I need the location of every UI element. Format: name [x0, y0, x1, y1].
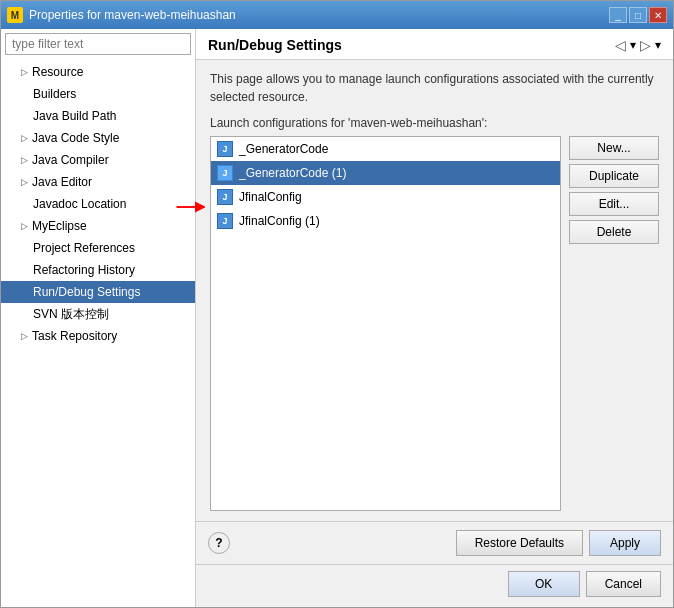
launch-item-icon: J	[217, 165, 233, 181]
sidebar-item-label: Resource	[32, 63, 83, 81]
launch-item-jfinal-config-1[interactable]: J JfinalConfig (1)	[211, 209, 560, 233]
apply-button[interactable]: Apply	[589, 530, 661, 556]
sidebar-item-label: Project References	[33, 239, 135, 257]
duplicate-button[interactable]: Duplicate	[569, 164, 659, 188]
sidebar-item-label: Refactoring History	[33, 261, 135, 279]
launch-item-label: _GeneratorCode (1)	[239, 163, 346, 183]
launch-item-label: JfinalConfig (1)	[239, 211, 320, 231]
ok-button[interactable]: OK	[508, 571, 580, 597]
arrow-icon: ▷	[21, 63, 28, 81]
help-button[interactable]: ?	[208, 532, 230, 554]
new-button[interactable]: New...	[569, 136, 659, 160]
sidebar-item-javadoc-location[interactable]: Javadoc Location	[1, 193, 195, 215]
launch-area: J _GeneratorCode J _GeneratorCode (1) J …	[210, 136, 659, 511]
main-header: Run/Debug Settings ◁ ▾ ▷ ▾	[196, 29, 673, 60]
sidebar-item-resource[interactable]: ▷ Resource	[1, 61, 195, 83]
sidebar-item-label: SVN 版本控制	[33, 305, 109, 323]
sidebar-item-label: Builders	[33, 85, 76, 103]
title-bar: M Properties for maven-web-meihuashan _ …	[1, 1, 673, 29]
nav-separator: ▾	[630, 38, 636, 52]
window-icon: M	[7, 7, 23, 23]
launch-item-jfinal-config[interactable]: J JfinalConfig	[211, 185, 560, 209]
properties-window: M Properties for maven-web-meihuashan _ …	[0, 0, 674, 608]
arrow-icon: ▷	[21, 151, 28, 169]
sidebar-item-label: Java Build Path	[33, 107, 116, 125]
delete-button[interactable]: Delete	[569, 220, 659, 244]
ok-cancel-bar: OK Cancel	[196, 564, 673, 607]
arrow-icon: ▷	[21, 173, 28, 191]
minimize-button[interactable]: _	[609, 7, 627, 23]
sidebar-item-java-build-path[interactable]: Java Build Path	[1, 105, 195, 127]
sidebar-item-label: Javadoc Location	[33, 195, 126, 213]
launch-item-gen-code-1[interactable]: J _GeneratorCode (1)	[211, 161, 560, 185]
sidebar-item-task-repository[interactable]: ▷ Task Repository	[1, 325, 195, 347]
sidebar-item-svn[interactable]: SVN 版本控制	[1, 303, 195, 325]
restore-defaults-button[interactable]: Restore Defaults	[456, 530, 583, 556]
launch-list[interactable]: J _GeneratorCode J _GeneratorCode (1) J …	[210, 136, 561, 511]
sidebar-tree: ▷ Resource Builders Java Build Path ▷ Ja…	[1, 59, 195, 607]
edit-button[interactable]: Edit...	[569, 192, 659, 216]
bottom-bar: ? Restore Defaults Apply	[196, 521, 673, 564]
maximize-button[interactable]: □	[629, 7, 647, 23]
sidebar-item-label: Task Repository	[32, 327, 117, 345]
content-area: ▷ Resource Builders Java Build Path ▷ Ja…	[1, 29, 673, 607]
sidebar-item-run-debug-settings[interactable]: Run/Debug Settings	[1, 281, 195, 303]
main-panel: Run/Debug Settings ◁ ▾ ▷ ▾ This page all…	[196, 29, 673, 607]
arrow-icon: ▷	[21, 129, 28, 147]
title-controls: _ □ ✕	[609, 7, 667, 23]
launch-item-icon: J	[217, 141, 233, 157]
title-bar-left: M Properties for maven-web-meihuashan	[7, 7, 236, 23]
bottom-right: Restore Defaults Apply	[456, 530, 661, 556]
launch-item-label: _GeneratorCode	[239, 139, 328, 159]
cancel-button[interactable]: Cancel	[586, 571, 661, 597]
launch-item-gen-code[interactable]: J _GeneratorCode	[211, 137, 560, 161]
description-text: This page allows you to manage launch co…	[210, 70, 659, 106]
sidebar-item-label: Java Code Style	[32, 129, 119, 147]
sidebar-item-java-code-style[interactable]: ▷ Java Code Style	[1, 127, 195, 149]
sidebar-item-label: Java Compiler	[32, 151, 109, 169]
main-title: Run/Debug Settings	[208, 37, 342, 53]
sidebar-item-label: Java Editor	[32, 173, 92, 191]
sidebar-item-java-editor[interactable]: ▷ Java Editor	[1, 171, 195, 193]
launch-buttons: New... Duplicate Edit... Delete	[569, 136, 659, 511]
sidebar-item-label: Run/Debug Settings	[33, 283, 140, 301]
launch-item-icon: J	[217, 213, 233, 229]
arrow-icon: ▷	[21, 217, 28, 235]
sidebar-item-label: MyEclipse	[32, 217, 87, 235]
launch-label: Launch configurations for 'maven-web-mei…	[210, 116, 659, 130]
sidebar-item-java-compiler[interactable]: ▷ Java Compiler	[1, 149, 195, 171]
nav-separator2: ▾	[655, 38, 661, 52]
close-button[interactable]: ✕	[649, 7, 667, 23]
sidebar-item-builders[interactable]: Builders	[1, 83, 195, 105]
filter-input[interactable]	[5, 33, 191, 55]
forward-button[interactable]: ▷	[638, 37, 653, 53]
arrow-icon: ▷	[21, 327, 28, 345]
sidebar: ▷ Resource Builders Java Build Path ▷ Ja…	[1, 29, 196, 607]
sidebar-item-refactoring-history[interactable]: Refactoring History	[1, 259, 195, 281]
main-content: This page allows you to manage launch co…	[196, 60, 673, 521]
sidebar-item-project-references[interactable]: Project References	[1, 237, 195, 259]
sidebar-item-myeclipse[interactable]: ▷ MyEclipse	[1, 215, 195, 237]
back-button[interactable]: ◁	[613, 37, 628, 53]
window-title: Properties for maven-web-meihuashan	[29, 8, 236, 22]
launch-item-label: JfinalConfig	[239, 187, 302, 207]
nav-arrows: ◁ ▾ ▷ ▾	[613, 37, 661, 53]
launch-item-icon: J	[217, 189, 233, 205]
bottom-left: ?	[208, 532, 230, 554]
